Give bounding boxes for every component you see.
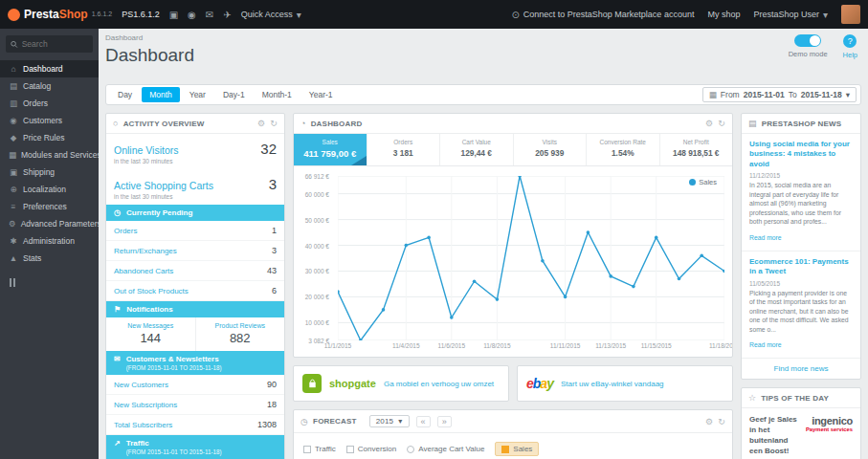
kpi-cart-value[interactable]: Cart Value 129,44 €	[440, 134, 514, 165]
envelope-icon[interactable]: ✉	[206, 10, 213, 20]
kpi-net-profit[interactable]: Net Profit 148 918,51 €	[660, 134, 733, 165]
kpi-orders[interactable]: Orders 3 181	[367, 134, 441, 165]
gear-icon[interactable]: ⚙	[705, 417, 713, 426]
puzzle-icon: ▦	[9, 150, 16, 160]
orders-link[interactable]: Orders	[114, 227, 137, 235]
shopgate-promo-link[interactable]: Ga mobiel en verhoog uw omzet	[384, 380, 494, 388]
collapse-menu-icon[interactable]	[10, 278, 89, 287]
range-month-button[interactable]: Month	[142, 87, 180, 102]
kpi-visits[interactable]: Visits 205 939	[514, 134, 588, 165]
chevron-down-icon: ▾	[398, 417, 402, 426]
ebay-logo[interactable]: ebay	[526, 376, 553, 391]
sidebar-item-price-rules[interactable]: ◆Price Rules	[0, 129, 99, 146]
x-axis-label: 11/15/2015	[641, 342, 672, 349]
sidebar-item-stats[interactable]: ▲Stats	[0, 250, 99, 267]
sidebar-item-orders[interactable]: ▥Orders	[0, 95, 99, 112]
out-of-stock-link[interactable]: Out of Stock Products	[114, 287, 189, 295]
user-avatar[interactable]	[841, 5, 860, 24]
news-article-excerpt: Picking a payment provider is one of the…	[749, 289, 853, 335]
news-article: Using social media for your business: 4 …	[742, 134, 860, 251]
total-subscribers-link[interactable]: Total Subscribers	[114, 421, 172, 429]
person-icon[interactable]: ◉	[188, 10, 196, 20]
sidebar-item-catalog[interactable]: ▤Catalog	[0, 77, 99, 95]
sidebar-item-advanced-parameters[interactable]: ⚙Advanced Parameters	[0, 215, 99, 232]
my-shop-link[interactable]: My shop	[707, 10, 740, 19]
forecast-legend-conversion[interactable]: Conversion	[346, 445, 396, 453]
tips-of-the-day-panel: ☆ TIPS OF THE DAY Geef je Sales in het b…	[741, 387, 861, 459]
quick-access-menu[interactable]: Quick Access ▾	[241, 10, 301, 20]
chevron-down-icon: ▾	[846, 90, 850, 99]
forecast-year-select[interactable]: 2015 ▾	[369, 415, 410, 427]
refresh-icon[interactable]: ↻	[270, 119, 278, 128]
version-label: 1.6.1.2	[92, 11, 112, 17]
online-visitors-link[interactable]: Online Visitors	[114, 144, 179, 156]
find-more-news-link[interactable]: Find more news	[742, 359, 860, 379]
gear-icon[interactable]: ⚙	[705, 119, 713, 128]
range-day-button[interactable]: Day	[110, 87, 140, 102]
kpi-sales[interactable]: Sales 411 759,00 €	[294, 134, 367, 165]
sidebar-item-preferences[interactable]: ≡Preferences	[0, 198, 99, 215]
kpi-conversion-rate[interactable]: Conversion Rate 1.54%	[587, 134, 660, 165]
news-article-date: 11/05/2015	[749, 280, 853, 287]
new-subscriptions-link[interactable]: New Subscriptions	[114, 401, 177, 409]
sidebar-item-localization[interactable]: ⊕Localization	[0, 181, 99, 198]
watch-icon: ◷	[300, 417, 308, 426]
read-more-link[interactable]: Read more	[749, 234, 782, 241]
topbar: PrestaShop 1.6.1.2 PS1.6.1.2 ▣ ◉ ✉ ✈ Qui…	[0, 0, 868, 29]
sidebar-item-dashboard[interactable]: ⌂Dashboard	[0, 60, 99, 77]
shop-name-label: PS1.6.1.2	[122, 10, 160, 19]
sidebar-item-customers[interactable]: ◉Customers	[0, 112, 99, 129]
search-input[interactable]	[22, 39, 88, 49]
returns-link[interactable]: Return/Exchanges	[114, 247, 177, 255]
from-date: 2015-11-01	[744, 90, 785, 99]
x-axis-label: 11/18/2015	[709, 342, 732, 349]
shopping-bag-icon	[307, 379, 318, 389]
online-visitors-value: 32	[260, 141, 277, 157]
range-year-button[interactable]: Year	[182, 87, 213, 102]
forecast-next-button[interactable]: »	[437, 416, 452, 427]
ingenico-logo[interactable]: ingenico Payment services	[806, 415, 853, 432]
range-year-1-button[interactable]: Year-1	[301, 87, 341, 102]
user-menu[interactable]: PrestaShop User ▾	[753, 10, 828, 20]
help-button[interactable]: ?	[843, 34, 857, 48]
kpi-see-more-ribbon[interactable]	[351, 156, 367, 165]
shopgate-logo-text[interactable]: shopgate	[329, 378, 376, 389]
forecast-legend-average-cart-value[interactable]: Average Cart Value	[407, 445, 484, 453]
product-reviews-value: 882	[198, 331, 283, 345]
abandoned-carts-link[interactable]: Abandoned Carts	[114, 267, 173, 275]
date-range-picker[interactable]: ▦ From 2015-11-01 To 2015-11-18 ▾	[702, 87, 857, 102]
sidebar-item-modules[interactable]: ▦Modules and Services	[0, 146, 99, 164]
demo-mode-toggle[interactable]	[794, 34, 821, 47]
active-carts-link[interactable]: Active Shopping Carts	[114, 180, 213, 191]
forecast-legend-sales[interactable]: Sales	[495, 442, 539, 456]
ebay-promo-link[interactable]: Start uw eBay-winkel vandaag	[561, 380, 664, 388]
product-reviews-cell[interactable]: Product Reviews 882	[195, 317, 285, 351]
new-messages-cell[interactable]: New Messages 144	[106, 317, 195, 351]
marketplace-link[interactable]: ⊙ Connect to PrestaShop Marketplace acco…	[511, 10, 694, 20]
shopgate-promo: shopgate Ga mobiel en verhoog uw omzet	[293, 365, 509, 402]
shopgate-logo-icon[interactable]	[302, 374, 322, 393]
gear-icon[interactable]: ⚙	[257, 119, 265, 128]
sidebar-search[interactable]	[6, 35, 93, 53]
cart-icon[interactable]: ▣	[169, 10, 178, 20]
sidebar-item-administration[interactable]: ✱Administration	[0, 232, 99, 250]
read-more-link[interactable]: Read more	[749, 341, 782, 348]
range-day-1-button[interactable]: Day-1	[215, 87, 253, 102]
refresh-icon[interactable]: ↻	[718, 417, 725, 426]
news-article-title[interactable]: Using social media for your business: 4 …	[749, 140, 853, 169]
plane-icon[interactable]: ✈	[223, 10, 231, 20]
new-customers-link[interactable]: New Customers	[114, 381, 168, 389]
sales-chart-area: 66 912 €60 000 €50 000 €40 000 €30 000 €…	[294, 166, 732, 357]
traffic-range-label: (FROM 2015-11-01 TO 2015-11-18)	[126, 448, 222, 455]
sidebar-item-shipping[interactable]: ▣Shipping	[0, 164, 99, 181]
refresh-icon[interactable]: ↻	[718, 119, 725, 128]
chart-legend-sales[interactable]: Sales	[687, 178, 719, 186]
range-month-1-button[interactable]: Month-1	[255, 87, 300, 102]
prestashop-logo[interactable]: PrestaShop 1.6.1.2	[8, 8, 112, 21]
forecast-legend-traffic[interactable]: Traffic	[303, 445, 336, 453]
home-icon: ⌂	[9, 64, 18, 74]
forecast-prev-button[interactable]: «	[416, 416, 431, 427]
traffic-header: ↗ Traffic (FROM 2015-11-01 TO 2015-11-18…	[106, 435, 284, 459]
news-article-title[interactable]: Ecommerce 101: Payments in a Tweet	[749, 257, 853, 277]
notifications-header: ⚑ Notifications	[106, 301, 284, 317]
